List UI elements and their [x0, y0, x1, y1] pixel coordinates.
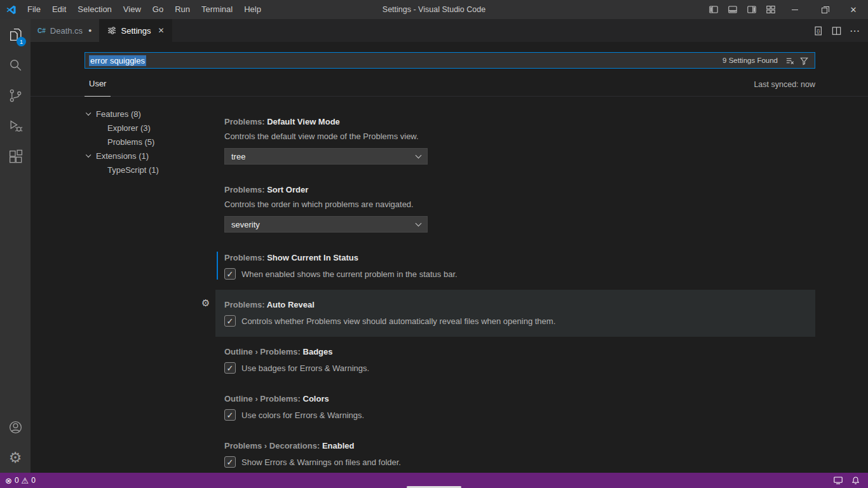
csharp-file-icon: C# — [37, 27, 46, 34]
search-query-text: error squiggles — [89, 55, 146, 66]
toggle-secondary-sidebar-icon[interactable] — [742, 0, 761, 19]
title-bar: Settings - Visual Studio Code File Edit … — [0, 0, 868, 19]
setting-description: Use badges for Errors & Warnings. — [241, 363, 369, 373]
clear-filters-icon[interactable] — [783, 54, 797, 67]
chevron-down-icon — [416, 152, 422, 158]
warning-count: 0 — [31, 476, 36, 485]
checkbox[interactable]: ✓ — [224, 456, 236, 468]
tab-label: Death.cs — [50, 26, 83, 36]
toc-problems[interactable]: Problems (5) — [85, 135, 205, 149]
settings-toc: Features (8) Explorer (3) Problems (5) E… — [85, 107, 205, 473]
run-debug-icon[interactable] — [0, 111, 31, 141]
customize-layout-icon[interactable] — [761, 0, 780, 19]
menu-edit[interactable]: Edit — [46, 0, 72, 19]
checkbox[interactable]: ✓ — [224, 362, 236, 374]
svg-text:{}: {} — [817, 28, 820, 34]
explorer-icon[interactable]: 1 — [0, 19, 31, 50]
chevron-down-icon — [85, 155, 96, 157]
settings-sliders-icon — [107, 25, 117, 36]
error-count: 0 — [15, 476, 19, 485]
checkbox[interactable]: ✓ — [224, 409, 236, 421]
manage-gear-icon[interactable]: ⚙ — [0, 442, 31, 473]
explorer-badge: 1 — [17, 37, 26, 46]
menu-go[interactable]: Go — [147, 0, 169, 19]
menu-file[interactable]: File — [22, 0, 46, 19]
settings-scope-tabs: User Last synced: now — [85, 79, 815, 97]
toggle-sidebar-icon[interactable] — [704, 0, 723, 19]
tab-death-cs[interactable]: C# Death.cs ● — [31, 19, 100, 42]
toc-explorer[interactable]: Explorer (3) — [85, 121, 205, 135]
filter-icon[interactable] — [797, 54, 811, 67]
settings-list: Problems: Default View Mode Controls the… — [215, 107, 815, 473]
toc-features[interactable]: Features (8) — [85, 107, 205, 121]
activity-bar: 1 — [0, 19, 31, 473]
setting-description: Controls the order in which problems are… — [224, 200, 806, 210]
tab-settings[interactable]: Settings ✕ — [100, 19, 172, 42]
menu-terminal[interactable]: Terminal — [196, 0, 238, 19]
setting-title: Outline › Problems: Badges — [224, 347, 806, 357]
setting-description: Controls whether Problems view should au… — [241, 316, 555, 326]
unsaved-dot-icon: ● — [87, 27, 92, 34]
setting-outline-problems-colors: Outline › Problems: Colors ✓ Use colors … — [215, 384, 815, 431]
menu-help[interactable]: Help — [238, 0, 267, 19]
setting-problems-sort-order: Problems: Sort Order Controls the order … — [215, 175, 815, 243]
chevron-down-icon — [416, 220, 422, 226]
menu-selection[interactable]: Selection — [72, 0, 117, 19]
default-view-mode-select[interactable]: tree — [224, 148, 428, 165]
setting-title: Problems › Decorations: Enabled — [224, 441, 806, 451]
search-icon[interactable] — [0, 50, 31, 80]
restore-button[interactable] — [810, 0, 839, 19]
setting-problems-show-current-in-status: Problems: Show Current In Status ✓ When … — [215, 243, 815, 290]
close-tab-icon[interactable]: ✕ — [156, 26, 165, 35]
setting-description: Controls the default view mode of the Pr… — [224, 132, 806, 142]
setting-title: Problems: Auto Reveal — [224, 300, 806, 310]
screencast-icon[interactable] — [833, 475, 843, 485]
setting-description: When enabled shows the current problem i… — [241, 269, 458, 279]
checkbox[interactable]: ✓ — [224, 315, 236, 327]
sync-status: Last synced: now — [754, 80, 815, 97]
setting-description: Use colors for Errors & Warnings. — [241, 410, 364, 420]
tab-label: Settings — [121, 26, 151, 36]
setting-title: Outline › Problems: Colors — [224, 394, 806, 404]
toggle-panel-icon[interactable] — [723, 0, 742, 19]
error-icon: ⊗ — [5, 477, 12, 485]
menu-view[interactable]: View — [118, 0, 147, 19]
results-count: 9 Settings Found — [722, 57, 778, 64]
setting-edit-gear-icon[interactable]: ⚙ — [201, 297, 210, 309]
setting-problems-default-view-mode: Problems: Default View Mode Controls the… — [215, 107, 815, 175]
settings-search-input[interactable]: error squiggles 9 Settings Found — [85, 52, 815, 69]
close-window-button[interactable]: ✕ — [839, 0, 868, 19]
toc-typescript[interactable]: TypeScript (1) — [85, 163, 205, 177]
accounts-icon[interactable] — [0, 412, 31, 442]
problems-status[interactable]: ⊗ 0 ⚠ 0 — [5, 476, 36, 485]
open-settings-json-icon[interactable]: {} — [813, 25, 824, 36]
source-control-icon[interactable] — [0, 80, 31, 111]
setting-description: Show Errors & Warnings on files and fold… — [241, 458, 401, 467]
setting-problems-auto-reveal: ⚙ Problems: Auto Reveal ✓ Controls wheth… — [215, 290, 815, 337]
settings-editor: error squiggles 9 Settings Found — [31, 42, 868, 473]
toc-extensions[interactable]: Extensions (1) — [85, 149, 205, 163]
setting-title: Problems: Sort Order — [224, 185, 806, 195]
checkbox[interactable]: ✓ — [224, 268, 236, 280]
sort-order-select[interactable]: severity — [224, 216, 428, 233]
setting-title: Problems: Default View Mode — [224, 117, 806, 127]
setting-outline-problems-badges: Outline › Problems: Badges ✓ Use badges … — [215, 337, 815, 384]
extensions-icon[interactable] — [0, 141, 31, 172]
scope-tab-user[interactable]: User — [85, 79, 111, 97]
setting-problems-decorations-enabled: Problems › Decorations: Enabled ✓ Show E… — [215, 431, 815, 478]
vscode-window: Settings - Visual Studio Code File Edit … — [0, 0, 868, 488]
minimize-button[interactable] — [780, 0, 810, 19]
setting-title: Problems: Show Current In Status — [224, 253, 806, 263]
warning-icon: ⚠ — [22, 477, 29, 485]
chevron-down-icon — [85, 113, 96, 115]
more-actions-icon[interactable]: ⋯ — [850, 25, 860, 37]
menu-run[interactable]: Run — [169, 0, 196, 19]
editor-tab-bar: C# Death.cs ● Settings ✕ — [31, 19, 868, 42]
notifications-bell-icon[interactable] — [851, 476, 860, 485]
menu-bar: File Edit Selection View Go Run Terminal… — [22, 0, 267, 19]
split-editor-icon[interactable] — [831, 25, 842, 36]
